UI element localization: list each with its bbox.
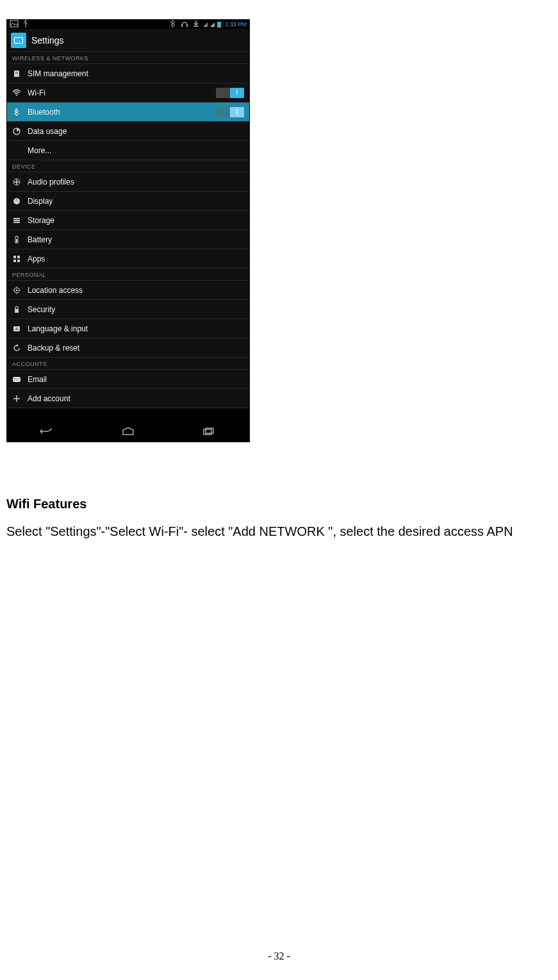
location-icon: [12, 286, 28, 295]
clock-text: 1:33 PM: [225, 21, 247, 28]
storage-icon: [12, 216, 28, 225]
row-label: Add account: [28, 394, 244, 403]
apps-icon: [12, 254, 28, 263]
row-language-input[interactable]: A Language & input: [7, 319, 249, 338]
data-usage-icon: [12, 127, 28, 136]
row-add-account[interactable]: Add account: [7, 389, 249, 408]
status-bar: 1:33 PM: [7, 20, 249, 29]
row-battery[interactable]: Battery: [7, 230, 249, 249]
row-label: Wi-Fi: [28, 88, 216, 97]
signal-icon-1: [203, 22, 208, 27]
section-personal: PERSONAL: [7, 269, 249, 281]
row-more[interactable]: More...: [7, 141, 249, 160]
row-label: Location access: [28, 286, 244, 295]
row-audio-profiles[interactable]: Audio profiles: [7, 172, 249, 192]
download-icon: [192, 19, 201, 29]
battery-row-icon: [12, 235, 28, 244]
headphones-icon: [180, 19, 189, 29]
backup-icon: [12, 344, 28, 353]
row-label: Security: [28, 305, 244, 314]
app-title-text: Settings: [31, 35, 64, 46]
row-display[interactable]: Display: [7, 192, 249, 211]
nav-recent-button[interactable]: [196, 425, 222, 438]
row-bluetooth[interactable]: Bluetooth: [7, 103, 249, 122]
section-wireless-networks: WIRELESS & NETWORKS: [7, 52, 249, 64]
row-data-usage[interactable]: Data usage: [7, 122, 249, 141]
battery-icon: [217, 22, 221, 28]
row-storage[interactable]: Storage: [7, 211, 249, 230]
svg-rect-11: [13, 220, 20, 221]
email-icon: [12, 375, 28, 384]
language-icon: A: [12, 324, 28, 333]
section-heading: Wifi Features: [6, 497, 552, 511]
wifi-toggle[interactable]: [216, 88, 244, 98]
svg-rect-25: [13, 377, 21, 382]
svg-rect-5: [15, 72, 18, 74]
svg-point-6: [16, 95, 17, 96]
row-backup-reset[interactable]: Backup & reset: [7, 338, 249, 358]
android-navbar: [7, 420, 249, 442]
wifi-icon: [12, 88, 28, 97]
lock-icon: [12, 305, 28, 314]
svg-rect-0: [10, 21, 18, 27]
android-settings-screenshot: 1:33 PM Settings WIRELESS & NETWORKS SIM…: [6, 19, 250, 442]
section-device: DEVICE: [7, 160, 249, 172]
row-security[interactable]: Security: [7, 300, 249, 319]
svg-rect-14: [16, 236, 17, 237]
display-icon: [12, 197, 28, 206]
section-accounts: ACCOUNTS: [7, 358, 249, 370]
nav-home-button[interactable]: [115, 425, 141, 438]
plus-icon: [12, 394, 28, 403]
row-label: Backup & reset: [28, 344, 244, 353]
svg-rect-18: [13, 260, 16, 262]
signal-icon-2: [210, 22, 215, 27]
section-paragraph: Select "Settings"-"Select Wi-Fi"- select…: [6, 523, 552, 540]
gallery-icon: [10, 19, 19, 29]
svg-point-1: [25, 20, 26, 21]
bluetooth-status-icon: [168, 19, 177, 29]
row-label: Battery: [28, 235, 244, 244]
row-wifi[interactable]: Wi-Fi: [7, 83, 249, 103]
usb-icon: [21, 19, 30, 29]
bluetooth-icon: [12, 108, 28, 117]
svg-text:A: A: [15, 327, 18, 331]
svg-rect-22: [15, 309, 19, 313]
row-label: Apps: [28, 254, 244, 263]
svg-rect-12: [13, 222, 20, 223]
svg-rect-2: [181, 24, 183, 27]
settings-list: WIRELESS & NETWORKS SIM management Wi-Fi…: [7, 52, 249, 408]
row-label: Audio profiles: [28, 178, 244, 187]
row-sim-management[interactable]: SIM management: [7, 64, 249, 83]
row-label: Storage: [28, 216, 244, 225]
bluetooth-toggle[interactable]: [216, 107, 244, 117]
nav-back-button[interactable]: [35, 425, 60, 438]
row-email[interactable]: Email: [7, 370, 249, 389]
row-label: Email: [28, 375, 244, 384]
svg-rect-26: [204, 429, 211, 435]
page-number: - 32 -: [0, 951, 558, 962]
settings-app-icon: [11, 33, 26, 48]
row-label: Data usage: [28, 127, 244, 136]
svg-rect-15: [16, 239, 17, 242]
svg-rect-16: [13, 256, 16, 258]
app-title-bar: Settings: [7, 29, 249, 52]
svg-point-21: [16, 289, 18, 291]
row-label: SIM management: [28, 69, 244, 78]
svg-rect-27: [206, 428, 213, 433]
row-label: Display: [28, 197, 244, 206]
row-label: More...: [28, 146, 244, 155]
row-label: Language & input: [28, 324, 244, 333]
svg-rect-19: [17, 260, 20, 262]
row-apps[interactable]: Apps: [7, 249, 249, 269]
row-location-access[interactable]: Location access: [7, 281, 249, 300]
svg-rect-10: [13, 218, 20, 219]
audio-icon: [12, 178, 28, 187]
sim-icon: [12, 69, 28, 78]
svg-rect-17: [17, 256, 20, 258]
row-label: Bluetooth: [28, 108, 216, 117]
svg-rect-3: [186, 24, 188, 27]
